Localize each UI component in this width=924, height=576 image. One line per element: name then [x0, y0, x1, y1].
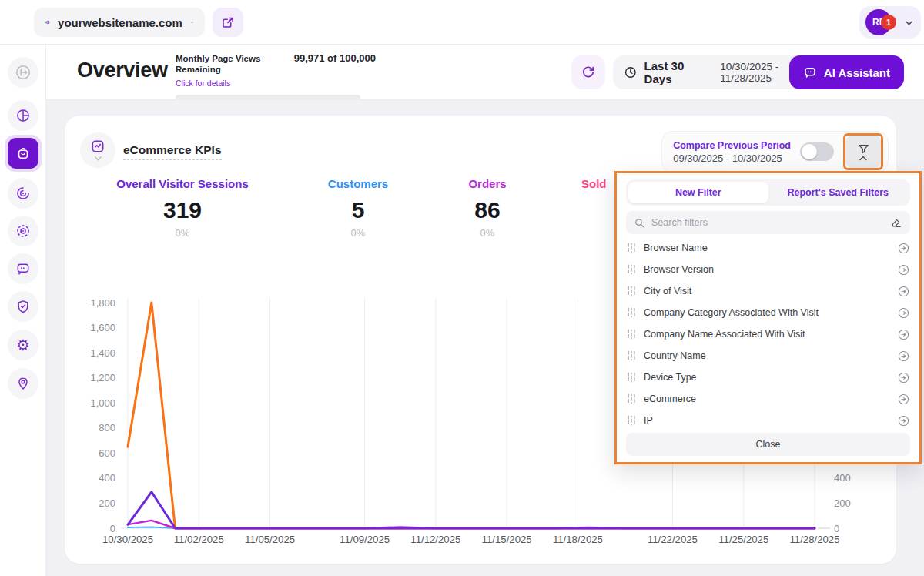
arrow-circle-right-icon[interactable]	[897, 242, 910, 255]
filters-button[interactable]	[845, 136, 881, 168]
filter-item-label: Browser Version	[644, 264, 890, 275]
location-pin-icon	[15, 376, 31, 391]
pageviews-label: Monthly Page Views Remaining	[176, 54, 288, 75]
ai-assistant-button[interactable]: AI Assistant	[789, 55, 904, 89]
kpi-3[interactable]: Orders860%	[430, 177, 545, 239]
filter-panel: New Filter Report's Saved Filters Browse…	[614, 171, 922, 464]
arrow-circle-right-icon[interactable]	[897, 414, 910, 427]
open-website-button[interactable]	[213, 8, 243, 37]
ai-assistant-label: AI Assistant	[824, 66, 890, 79]
sidebar-item-privacy[interactable]	[8, 291, 38, 322]
eraser-icon[interactable]	[890, 216, 902, 229]
adjust-sliders-icon	[626, 414, 637, 427]
kpi-label: Customers	[300, 177, 416, 190]
kpi-value: 5	[300, 197, 416, 223]
sidebar-item-behaviour[interactable]	[8, 178, 38, 209]
adjust-sliders-icon	[626, 285, 637, 297]
sidebar-item-expand[interactable]	[8, 57, 38, 88]
search-filters-input[interactable]	[651, 217, 884, 228]
search-icon	[634, 217, 645, 229]
filter-item[interactable]: Browser Version	[626, 259, 910, 280]
shopping-bag-icon	[15, 146, 31, 161]
card-icon-wrap[interactable]	[80, 132, 116, 168]
filter-item[interactable]: Company Category Associated With Visit	[626, 302, 910, 323]
filter-item[interactable]: eCommerce	[626, 388, 910, 410]
compare-previous-period-group: Compare Previous Period 09/30/2025 - 10/…	[661, 131, 889, 172]
arrow-circle-right-icon[interactable]	[897, 306, 910, 320]
kpi-1[interactable]: Overall Visitor Sessions3190%	[92, 177, 273, 239]
sidebar-item-ecommerce-active-bg	[8, 138, 38, 169]
compare-label: Compare Previous Period	[673, 140, 791, 151]
filter-tabs: New Filter Report's Saved Filters	[626, 179, 910, 206]
kpi-delta: 0%	[92, 227, 273, 239]
arrow-circle-right-icon[interactable]	[897, 371, 910, 384]
chevron-down-icon	[903, 17, 915, 28]
clock-icon	[624, 65, 638, 79]
website-selector[interactable]: yourwebsitename.com	[34, 8, 205, 37]
adjust-sliders-icon	[626, 242, 637, 254]
adjust-sliders-icon	[626, 306, 637, 319]
page-header: Overview Monthly Page Views Remaining 99…	[46, 45, 924, 100]
panel-expand-icon	[15, 64, 32, 81]
filter-item-label: eCommerce	[644, 393, 890, 404]
compare-text: Compare Previous Period 09/30/2025 - 10/…	[673, 140, 791, 164]
kpi-value: 319	[92, 197, 273, 223]
sidebar-item-recordings[interactable]	[8, 216, 38, 246]
tab-saved-filters[interactable]: Report's Saved Filters	[768, 182, 909, 203]
kpi-delta: 0%	[300, 227, 416, 239]
funnel-icon	[857, 143, 870, 155]
tab-new-filter[interactable]: New Filter	[628, 182, 768, 203]
filter-list: Browser Name Browser Version City of Vis…	[626, 237, 910, 433]
filter-item[interactable]: Device Type	[626, 367, 910, 388]
kpi-label: Overall Visitor Sessions	[92, 177, 273, 190]
card-title[interactable]: eCommerce KPIs	[123, 143, 222, 160]
user-menu[interactable]: RF 1	[859, 6, 921, 39]
adjust-sliders-icon	[626, 328, 637, 340]
arrow-circle-right-icon[interactable]	[897, 393, 910, 406]
topbar: yourwebsitename.com RF 1	[0, 0, 924, 45]
shield-check-icon	[15, 299, 31, 314]
close-filter-panel-button[interactable]: Close	[626, 433, 910, 456]
kpi-delta: 0%	[430, 227, 545, 239]
filter-search	[626, 211, 910, 234]
external-link-icon	[221, 15, 235, 29]
filter-item[interactable]: Country Name	[626, 345, 910, 367]
pageviews-quota: Monthly Page Views Remaining 99,971 of 1…	[176, 52, 376, 100]
compare-range: 09/30/2025 - 10/30/2025	[673, 152, 791, 164]
sidebar-item-communication[interactable]	[8, 253, 38, 284]
arrow-circle-right-icon[interactable]	[897, 263, 910, 276]
radar-icon	[15, 186, 31, 201]
adjust-sliders-icon	[626, 393, 637, 405]
filter-item-label: IP	[644, 415, 890, 426]
gear-icon: ⚙	[16, 337, 30, 353]
arrow-circle-right-icon[interactable]	[897, 350, 910, 363]
filter-button-highlight	[843, 133, 883, 170]
adjust-sliders-icon	[626, 371, 637, 383]
filter-item[interactable]: IP	[626, 410, 910, 431]
pageviews-progressbar	[176, 95, 360, 100]
sidebar-item-visitor-location[interactable]	[8, 368, 38, 399]
trend-chart-icon	[90, 139, 105, 154]
filter-item[interactable]: Browser Name	[626, 237, 910, 259]
sidebar-item-settings[interactable]: ⚙	[8, 330, 38, 360]
filter-item-label: Device Type	[644, 372, 890, 383]
kpi-label: Orders	[430, 177, 545, 190]
notification-badge: 1	[881, 15, 896, 30]
filter-item[interactable]: Company Name Associated With Visit	[626, 323, 910, 345]
pageviews-details-link[interactable]: Click for details	[176, 79, 230, 88]
sidebar-item-ecommerce[interactable]	[5, 135, 42, 172]
chevron-up-icon	[859, 156, 868, 161]
chevron-down-icon	[190, 16, 194, 28]
arrow-circle-right-icon[interactable]	[897, 285, 910, 298]
filter-item[interactable]: City of Visit	[626, 280, 910, 302]
sidebar-item-dashboard[interactable]	[8, 100, 38, 131]
kpi-2[interactable]: Customers50%	[300, 177, 416, 239]
record-camera-icon	[15, 223, 31, 239]
arrow-circle-right-icon[interactable]	[897, 328, 910, 341]
filter-item-label: Company Category Associated With Visit	[644, 307, 890, 318]
filter-item-label: Country Name	[644, 350, 890, 361]
pageviews-usage: 99,971 of 100,000	[294, 52, 376, 64]
kpi-value: 86	[430, 197, 545, 223]
compare-toggle[interactable]	[800, 142, 834, 161]
refresh-button[interactable]	[571, 55, 605, 89]
